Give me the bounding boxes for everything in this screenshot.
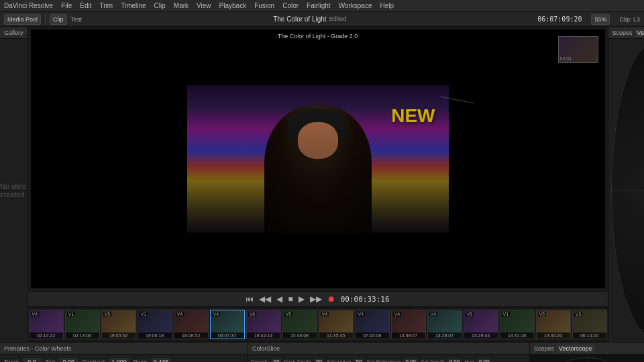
cs-title: ColorSlice bbox=[252, 345, 280, 352]
density-label: Density bbox=[251, 359, 269, 362]
sat-depth-value[interactable]: 0.00 bbox=[447, 359, 462, 362]
clip-thumb-6[interactable]: V406:07:37 bbox=[210, 310, 245, 339]
tint-label: Tint bbox=[46, 359, 56, 363]
menu-playback[interactable]: Playback bbox=[219, 2, 247, 9]
timeline-controls: ⏮ ◀◀ ◀ ■ ▶ ▶▶ ⏺ 00:00:33:16 bbox=[28, 291, 608, 307]
menu-clip[interactable]: Clip bbox=[154, 2, 166, 9]
cw-header: Primaries - Color Wheels bbox=[0, 343, 248, 355]
toolbar: Media Pool Clip Test The Color of Light … bbox=[0, 12, 644, 27]
clip-thumb-9[interactable]: V411:35:45 bbox=[319, 310, 354, 339]
vectorscope-circle bbox=[611, 42, 644, 339]
video-frame: NEW bbox=[187, 85, 449, 233]
clip-thumb-4[interactable]: V119:06:18 bbox=[138, 310, 172, 339]
tonal-label: Tonal bbox=[4, 359, 19, 363]
mini-preview: 02:01 bbox=[558, 36, 598, 63]
vectorscope-tab[interactable]: Vectorscope bbox=[635, 29, 644, 37]
center-panel: NEW 02:01 bbox=[28, 27, 608, 342]
main-layout: Gallery No stills created NEW bbox=[0, 27, 644, 342]
sat-ref-label: Sat Reference bbox=[366, 359, 400, 362]
tint-value[interactable]: 0.09 bbox=[59, 358, 78, 363]
clip-thumb-15[interactable]: V513:34:20 bbox=[536, 310, 571, 339]
clip-thumb-2[interactable]: V102:13:06 bbox=[65, 310, 100, 339]
cw-controls: Tonal 0.0 Tint 0.09 Contrast 1.000 Pivot… bbox=[0, 355, 248, 362]
menu-fusion[interactable]: Fusion bbox=[254, 2, 274, 9]
zoom-level[interactable]: 55% bbox=[591, 14, 610, 25]
menu-fairlight[interactable]: Fairlight bbox=[307, 2, 331, 9]
cs-saturation-value[interactable]: 50 bbox=[354, 359, 364, 362]
menu-file[interactable]: File bbox=[61, 2, 72, 9]
clip-title-overlay: The Color of Light - Grade 2.0 bbox=[274, 32, 362, 40]
project-title: The Color of Light bbox=[273, 15, 327, 23]
clip-label: Clip: L3 bbox=[619, 16, 640, 23]
dark-depth-value[interactable]: 50 bbox=[314, 359, 324, 362]
edited-badge: Edited bbox=[329, 15, 347, 23]
menu-color[interactable]: Color bbox=[282, 2, 299, 9]
clip-thumb-13[interactable]: V513:29:44 bbox=[464, 310, 498, 339]
video-viewer[interactable]: NEW 02:01 bbox=[31, 29, 605, 288]
clip-thumb-11[interactable]: V414:38:07 bbox=[391, 310, 426, 339]
test-label: Test bbox=[71, 16, 83, 23]
dark-depth-label: Dark Depth bbox=[284, 359, 311, 362]
cs-hue-label: Hue bbox=[464, 359, 474, 362]
vectorscope-bottom-display bbox=[530, 355, 644, 362]
clip-thumb-14[interactable]: V113:31:16 bbox=[500, 310, 535, 339]
menu-view[interactable]: View bbox=[197, 2, 211, 9]
cs-header: ColorSlice bbox=[248, 343, 529, 355]
play-reverse-button[interactable]: ◀ bbox=[276, 294, 282, 304]
density-value[interactable]: 50 bbox=[272, 359, 282, 362]
menu-bar: DaVinci Resolve File Edit Trim Timeline … bbox=[0, 0, 644, 12]
record-button[interactable]: ⏺ bbox=[327, 294, 335, 304]
go-to-start-button[interactable]: ⏮ bbox=[246, 294, 254, 304]
scopes-title: Scopes bbox=[612, 29, 633, 36]
clip-thumb-8[interactable]: V515:46:08 bbox=[282, 310, 317, 339]
cs-hue-value[interactable]: 0.00 bbox=[477, 359, 492, 362]
tonal-value[interactable]: 0.0 bbox=[23, 358, 42, 363]
scopes-bottom-title: Scopes bbox=[534, 345, 554, 352]
filmstrip: V402:14:22V102:13:06V519:05:52V119:06:18… bbox=[28, 307, 608, 342]
scopes-bottom-panel: Scopes Vectorscope bbox=[530, 343, 644, 362]
menu-edit[interactable]: Edit bbox=[80, 2, 91, 9]
media-pool-button[interactable]: Media Pool bbox=[4, 14, 41, 25]
step-back-button[interactable]: ◀◀ bbox=[259, 294, 271, 304]
viewer-area: NEW 02:01 bbox=[28, 27, 608, 291]
menu-mark[interactable]: Mark bbox=[174, 2, 189, 9]
clip-thumb-7[interactable]: V619:42:14 bbox=[246, 310, 281, 339]
app-menu-davinci[interactable]: DaVinci Resolve bbox=[4, 2, 53, 9]
clip-button[interactable]: Clip bbox=[50, 14, 67, 25]
sat-depth-label: Sat Depth bbox=[421, 359, 445, 362]
contrast-value[interactable]: 1.000 bbox=[109, 358, 129, 363]
cw-title: Primaries - Color Wheels bbox=[4, 345, 71, 352]
clip-thumb-12[interactable]: V413:28:07 bbox=[427, 310, 462, 339]
clip-thumb-10[interactable]: V407:43:08 bbox=[355, 310, 390, 339]
sat-ref-value[interactable]: 0.00 bbox=[403, 359, 418, 362]
pivot-value[interactable]: 0.435 bbox=[151, 358, 172, 363]
vectorscope-tab-bottom[interactable]: Vectorscope bbox=[557, 345, 594, 353]
toolbar-separator-1 bbox=[45, 15, 46, 24]
sb-header: Scopes Vectorscope bbox=[530, 343, 644, 355]
colorslice-panel: ColorSlice Density 50 Dark Depth 50 Satu… bbox=[248, 343, 530, 362]
cs-top-controls: Density 50 Dark Depth 50 Saturation 50 S… bbox=[248, 355, 529, 362]
gallery-header: Gallery bbox=[0, 27, 28, 39]
gallery-title: Gallery bbox=[4, 29, 23, 36]
cs-saturation-label: Saturation bbox=[327, 359, 351, 362]
vectorscope-display bbox=[611, 42, 644, 339]
clip-thumb-5[interactable]: V418:08:52 bbox=[174, 310, 209, 339]
color-wheels-panel: Primaries - Color Wheels Tonal 0.0 Tint … bbox=[0, 343, 248, 362]
menu-help[interactable]: Help bbox=[380, 2, 394, 9]
stop-button[interactable]: ■ bbox=[288, 294, 292, 304]
contrast-label: Contrast bbox=[82, 359, 105, 363]
menu-workspace[interactable]: Workspace bbox=[339, 2, 372, 9]
menu-trim[interactable]: Trim bbox=[100, 2, 113, 9]
scopes-panel: Scopes Vectorscope Parade bbox=[608, 27, 644, 342]
pivot-label: Pivot bbox=[133, 359, 147, 363]
clip-thumb-1[interactable]: V402:14:22 bbox=[29, 310, 64, 339]
gallery-panel: Gallery No stills created bbox=[0, 27, 28, 342]
clip-thumb-16[interactable]: V306:14:20 bbox=[572, 310, 607, 339]
menu-timeline[interactable]: Timeline bbox=[121, 2, 146, 9]
timecode-display: 06:07:09:20 bbox=[537, 15, 582, 23]
play-button[interactable]: ▶ bbox=[299, 294, 305, 304]
bottom-section: Primaries - Color Wheels Tonal 0.0 Tint … bbox=[0, 342, 644, 362]
clip-thumb-3[interactable]: V519:05:52 bbox=[101, 310, 136, 339]
no-stills-message: No stills created bbox=[0, 39, 28, 342]
step-forward-button[interactable]: ▶▶ bbox=[310, 294, 322, 304]
